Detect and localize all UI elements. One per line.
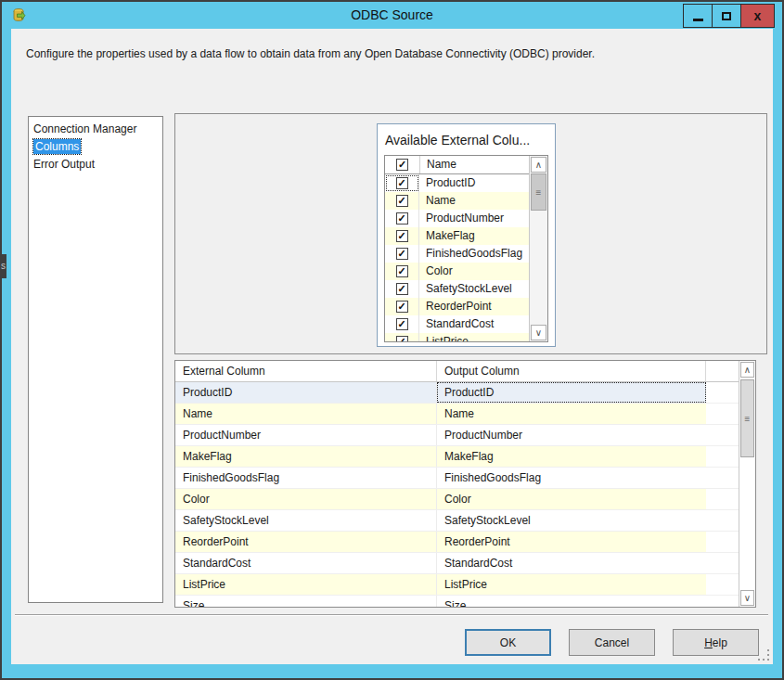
output-column-cell[interactable]: ProductNumber (437, 425, 706, 445)
column-checkbox[interactable]: ✓ (385, 263, 419, 280)
column-checkbox[interactable]: ✓ (385, 245, 419, 263)
mapping-row[interactable]: NameName (175, 404, 739, 425)
mapping-row[interactable]: ProductNumberProductNumber (175, 425, 739, 446)
checkbox-icon: ✓ (396, 336, 408, 342)
header-filler (706, 361, 739, 381)
mapping-row[interactable]: FinishedGoodsFlagFinishedGoodsFlag (175, 468, 739, 489)
external-column-cell[interactable]: StandardCost (175, 553, 437, 573)
external-column-cell[interactable]: ProductNumber (175, 425, 437, 445)
mapping-row[interactable]: ProductIDProductID (175, 382, 739, 404)
scrollbar-thumb[interactable]: ≡ (740, 379, 754, 457)
available-column-row: ✓ProductID (385, 174, 529, 192)
nav-item-label: Connection Manager (33, 122, 136, 135)
checkbox-icon: ✓ (396, 177, 408, 189)
checkbox-icon: ✓ (396, 159, 408, 171)
output-column-header[interactable]: Output Column (437, 361, 706, 381)
output-column-cell[interactable]: ProductID (437, 382, 706, 403)
close-button[interactable]: x (740, 4, 775, 28)
column-checkbox[interactable]: ✓ (385, 298, 419, 315)
title-bar[interactable]: ODBC Source x (2, 2, 782, 29)
pages-list: Connection ManagerColumnsError Output (28, 116, 163, 603)
nav-item-connection-manager[interactable]: Connection Manager (29, 121, 162, 138)
nav-item-columns[interactable]: Columns (29, 138, 162, 156)
mapping-row[interactable]: SizeSize (175, 596, 739, 608)
odbc-source-dialog: s ODBC Source x Configure the properties… (0, 0, 784, 680)
mapping-table-scrollbar[interactable]: ∧ ≡ ∨ (739, 361, 755, 607)
external-column-cell[interactable]: Color (175, 489, 437, 509)
column-checkbox[interactable]: ✓ (385, 333, 419, 342)
external-column-cell[interactable]: Size (175, 596, 437, 608)
output-column-cell[interactable]: Color (437, 489, 706, 509)
dialog-content: Configure the properties used by a data … (11, 29, 773, 664)
output-column-cell[interactable]: FinishedGoodsFlag (437, 468, 706, 488)
output-column-cell[interactable]: StandardCost (437, 553, 706, 573)
mapping-row[interactable]: MakeFlagMakeFlag (175, 446, 739, 468)
maximize-button[interactable] (712, 4, 741, 28)
external-column-cell[interactable]: MakeFlag (175, 446, 437, 467)
scroll-down-icon[interactable]: ∨ (531, 325, 546, 340)
scroll-up-icon[interactable]: ∧ (531, 157, 546, 173)
select-all-checkbox[interactable]: ✓ (385, 156, 419, 173)
output-column-cell[interactable]: Name (437, 404, 706, 424)
column-name: SafetyStockLevel (419, 280, 529, 298)
checkbox-icon: ✓ (396, 301, 408, 313)
checkbox-icon: ✓ (396, 283, 408, 295)
available-column-row: ✓StandardCost (385, 315, 529, 333)
column-checkbox[interactable]: ✓ (385, 174, 419, 192)
mapping-row[interactable]: StandardCostStandardCost (175, 553, 739, 574)
column-checkbox[interactable]: ✓ (385, 192, 419, 210)
scroll-down-icon[interactable]: ∨ (740, 590, 754, 606)
external-column-cell[interactable]: ListPrice (175, 574, 437, 595)
column-checkbox[interactable]: ✓ (385, 227, 419, 245)
maximize-icon (722, 12, 731, 20)
column-checkbox[interactable]: ✓ (385, 280, 419, 298)
name-column-header[interactable]: Name (419, 156, 529, 173)
available-column-row: ✓ProductNumber (385, 210, 529, 227)
external-column-cell[interactable]: FinishedGoodsFlag (175, 468, 437, 488)
external-column-cell[interactable]: ReorderPoint (175, 532, 437, 552)
external-column-cell[interactable]: Name (175, 404, 437, 424)
output-column-cell[interactable]: SafetyStockLevel (437, 510, 706, 531)
window-title: ODBC Source (2, 7, 782, 22)
footer-separator (15, 614, 768, 616)
available-column-row: ✓SafetyStockLevel (385, 280, 529, 298)
close-icon: x (754, 9, 762, 22)
nav-item-label: Error Output (33, 158, 95, 171)
column-name: ReorderPoint (419, 298, 529, 315)
external-column-cell[interactable]: ProductID (175, 382, 437, 403)
checkbox-icon: ✓ (396, 230, 408, 242)
output-column-cell[interactable]: ReorderPoint (437, 532, 706, 552)
available-columns-rows: ✓ Name ✓ProductID✓Name✓ProductNumber✓Mak… (385, 156, 529, 341)
checkbox-icon: ✓ (396, 265, 408, 277)
mapping-row[interactable]: ListPriceListPrice (175, 574, 739, 596)
checkbox-icon: ✓ (396, 195, 408, 207)
available-external-columns-title: Available External Colu... (378, 124, 555, 153)
mapping-row[interactable]: ColorColor (175, 489, 739, 510)
resize-grip-icon[interactable] (758, 649, 769, 661)
scrollbar-thumb[interactable]: ≡ (531, 173, 546, 211)
available-columns-header-row: ✓ Name (385, 156, 529, 174)
cancel-button[interactable]: Cancel (569, 629, 655, 656)
minimize-button[interactable] (683, 4, 713, 28)
available-external-columns-box[interactable]: Available External Colu... ✓ Name ✓Produ… (377, 123, 556, 347)
column-mapping-rows: External Column Output Column ProductIDP… (175, 361, 739, 607)
mapping-row[interactable]: ReorderPointReorderPoint (175, 532, 739, 553)
available-columns-scrollbar[interactable]: ∧ ≡ ∨ (529, 156, 547, 341)
column-checkbox[interactable]: ✓ (385, 315, 419, 333)
output-column-cell[interactable]: ListPrice (437, 574, 706, 595)
external-column-header[interactable]: External Column (175, 361, 437, 381)
external-column-cell[interactable]: SafetyStockLevel (175, 510, 437, 531)
mapping-row[interactable]: SafetyStockLevelSafetyStockLevel (175, 510, 739, 532)
output-column-cell[interactable]: MakeFlag (437, 446, 706, 467)
output-column-cell[interactable]: Size (437, 596, 706, 608)
help-button[interactable]: Help (673, 629, 759, 656)
column-mapping-table: External Column Output Column ProductIDP… (174, 360, 756, 608)
available-column-row: ✓Name (385, 192, 529, 210)
scroll-up-icon[interactable]: ∧ (740, 362, 754, 378)
column-checkbox[interactable]: ✓ (385, 210, 419, 227)
available-column-row: ✓ListPrice (385, 333, 529, 342)
column-name: StandardCost (419, 315, 529, 333)
nav-item-error-output[interactable]: Error Output (29, 156, 162, 173)
available-column-row: ✓Color (385, 263, 529, 280)
ok-button[interactable]: OK (465, 629, 551, 656)
